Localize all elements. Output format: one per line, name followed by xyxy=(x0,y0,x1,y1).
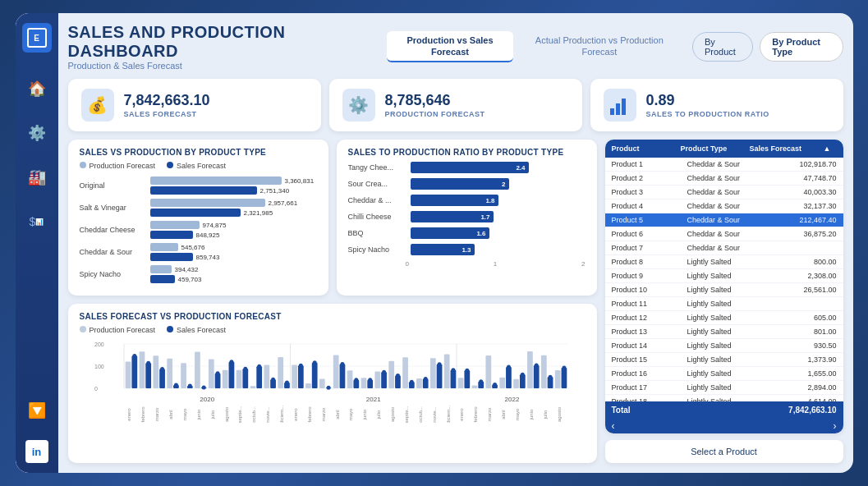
sidebar-item-production[interactable]: 🏭 xyxy=(22,163,52,192)
svg-rect-14 xyxy=(145,363,151,388)
sidebar-item-home[interactable]: 🏠 xyxy=(22,74,52,103)
td-sales: 1,373.90 xyxy=(763,355,837,364)
sales-bar xyxy=(150,275,175,283)
ratio-chart-panel: SALES TO PRODUCTION RATIO BY PRODUCT TYP… xyxy=(337,140,597,296)
sidebar-item-finance[interactable]: $📊 xyxy=(22,207,52,236)
table-row[interactable]: Product 16 Lightly Salted 1,655.00 xyxy=(605,367,843,381)
svg-point-15 xyxy=(146,361,150,365)
table-row[interactable]: Product 8 Lightly Salted 800.00 xyxy=(605,255,843,269)
ratio-bar: 2 xyxy=(411,178,509,190)
svg-text:2022: 2022 xyxy=(504,396,519,403)
production-forecast-value: 8,785,646 xyxy=(385,92,485,110)
svg-point-119 xyxy=(506,364,510,369)
ratio-bar-row: Cheddar & ... 1.8 xyxy=(348,195,586,206)
table-row[interactable]: Product 6 Cheddar & Sour 36,875.20 xyxy=(605,227,843,241)
table-row[interactable]: Product 15 Lightly Salted 1,373.90 xyxy=(605,353,843,367)
table-row[interactable]: Product 17 Lightly Salted 2,894.00 xyxy=(605,381,843,395)
td-type: Lightly Salted xyxy=(687,314,763,322)
svg-text:julio: julio xyxy=(209,410,214,420)
svg-text:abril: abril xyxy=(168,410,173,419)
table-scroll-left[interactable]: ‹ xyxy=(612,420,615,432)
table-row[interactable]: Product 13 Lightly Salted 801.00 xyxy=(605,325,843,339)
table-row[interactable]: Product 5 Cheddar & Sour 212,467.40 xyxy=(605,213,843,227)
td-sales: 212,467.40 xyxy=(763,216,837,224)
sales-forecast-icon: 💰 xyxy=(81,89,114,122)
svg-text:septie...: septie... xyxy=(237,406,242,423)
col-product-type: Product Type xyxy=(681,144,750,153)
td-type: Lightly Salted xyxy=(687,369,763,378)
table-row[interactable]: Product 14 Lightly Salted 930.50 xyxy=(605,339,843,353)
svg-text:abril: abril xyxy=(334,410,339,419)
tab-actual-production[interactable]: Actual Production vs Production Forecast xyxy=(520,31,679,63)
table-row[interactable]: Product 12 Lightly Salted 605.00 xyxy=(605,311,843,325)
table-row[interactable]: Product 11 Lightly Salted xyxy=(605,297,843,311)
page-title: SALES AND PRODUCTION DASHBOARD xyxy=(68,23,361,61)
prod-bar-wrap: 3,360,831 xyxy=(150,177,317,185)
table-row[interactable]: Product 9 Lightly Salted 2,308.00 xyxy=(605,269,843,283)
svg-rect-106 xyxy=(464,370,470,388)
production-bar xyxy=(150,199,265,207)
prod-bar-wrap: 974,875 xyxy=(150,221,317,229)
prod-bar-wrap: 2,957,661 xyxy=(150,199,317,207)
svg-text:junio: junio xyxy=(362,409,367,420)
svg-point-59 xyxy=(298,364,302,368)
ratio-label: Chilli Cheese xyxy=(348,213,406,221)
ratio-label: BBQ xyxy=(348,229,406,237)
td-product: Product 3 xyxy=(612,188,687,196)
td-type: Lightly Salted xyxy=(687,328,763,336)
sidebar-item-settings[interactable]: ⚙️ xyxy=(22,118,52,148)
sales-val: 2,751,340 xyxy=(260,187,290,195)
svg-rect-69 xyxy=(333,355,338,388)
svg-text:diciem...: diciem... xyxy=(445,406,450,424)
svg-point-79 xyxy=(368,378,372,382)
td-product: Product 9 xyxy=(612,272,687,280)
table-row[interactable]: Product 18 Lightly Salted 4,614.00 xyxy=(605,395,843,401)
sales-bar-wrap: 2,751,340 xyxy=(150,186,317,195)
sidebar-item-filter[interactable]: 🔽 xyxy=(22,396,52,425)
svg-point-27 xyxy=(187,384,191,388)
sidebar: E 🏠 ⚙️ 🏭 $📊 🔽 in xyxy=(16,13,58,473)
svg-point-35 xyxy=(215,371,219,375)
sales-bar-wrap: 2,321,985 xyxy=(150,209,317,217)
svg-rect-134 xyxy=(561,368,567,388)
svg-text:febrero: febrero xyxy=(306,406,311,423)
kpi-row: 💰 7,842,663.10 SALES FORECAST ⚙️ 8,785,6… xyxy=(68,79,843,131)
svg-rect-34 xyxy=(214,374,220,388)
svg-rect-125 xyxy=(527,351,533,388)
svg-rect-62 xyxy=(311,363,317,388)
svg-point-47 xyxy=(257,364,261,369)
svg-text:2020: 2020 xyxy=(200,396,214,403)
table-row[interactable]: Product 1 Cheddar & Sour 102,918.70 xyxy=(605,158,843,172)
svg-text:julio: julio xyxy=(376,410,381,420)
bar-chart-legend: Production Forecast Sales Forecast xyxy=(80,162,317,170)
table-row[interactable]: Product 4 Cheddar & Sour 32,137.30 xyxy=(605,199,843,213)
table-row[interactable]: Product 3 Cheddar & Sour 40,003.30 xyxy=(605,186,843,199)
table-row[interactable]: Product 7 Cheddar & Sour xyxy=(605,241,843,255)
data-table: Product Product Type Sales Forecast ▲ Pr… xyxy=(605,140,843,433)
ratio-bar: 1.7 xyxy=(411,211,494,222)
filter-by-product[interactable]: By Product xyxy=(692,32,753,62)
td-product: Product 12 xyxy=(612,314,687,322)
table-row[interactable]: Product 2 Cheddar & Sour 47,748.70 xyxy=(605,172,843,186)
bar-group: 3,360,831 2,751,340 xyxy=(150,177,317,195)
tab-production-sales[interactable]: Production vs Sales Forecast xyxy=(387,31,512,63)
sidebar-item-linkedin[interactable]: in xyxy=(25,440,48,463)
table-scroll-right[interactable]: › xyxy=(834,420,837,432)
bar-label: Spicy Nacho xyxy=(80,270,145,278)
sales-bar xyxy=(150,186,257,195)
bar-row: Spicy Nacho 394,432 459,703 xyxy=(80,265,317,283)
ratio-icon xyxy=(604,89,636,122)
ratio-label: Cheddar & ... xyxy=(348,196,406,204)
bar-chart-rows: Original 3,360,831 2,751,340 Salt & Vine… xyxy=(80,177,317,283)
svg-rect-70 xyxy=(339,364,345,388)
bar-group: 2,957,661 2,321,985 xyxy=(150,199,317,217)
select-product-button[interactable]: Select a Product xyxy=(605,440,843,463)
filter-by-product-type[interactable]: By Product Type xyxy=(760,32,843,62)
table-row[interactable]: Product 10 Lightly Salted 26,561.00 xyxy=(605,283,843,297)
svg-text:0: 0 xyxy=(94,386,98,392)
ratio-value: 1.3 xyxy=(462,246,471,254)
svg-text:100: 100 xyxy=(94,364,104,369)
right-panel: Product Product Type Sales Forecast ▲ Pr… xyxy=(605,140,843,463)
ratio-bar-row: BBQ 1.6 xyxy=(348,227,586,239)
sales-forecast-label: SALES FORECAST xyxy=(124,110,210,118)
